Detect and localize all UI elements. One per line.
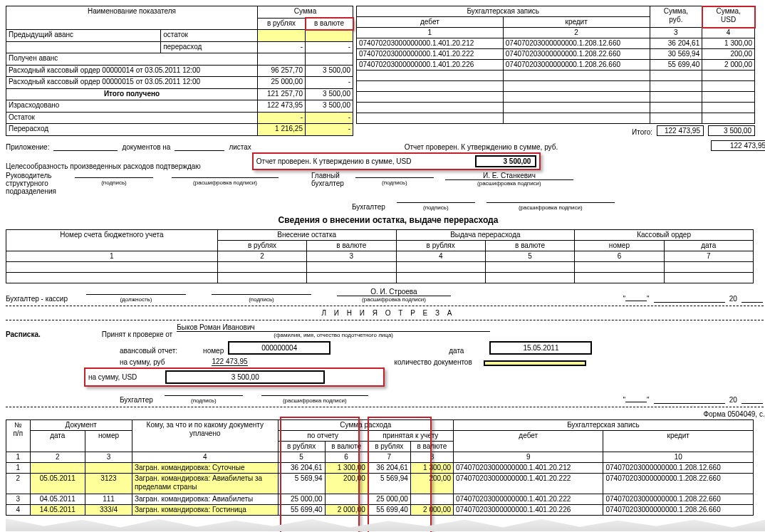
hdr-sumusd: Сумма, USD — [702, 6, 755, 28]
day-field[interactable] — [625, 301, 647, 301]
total-rub: 122 473,95 — [657, 125, 704, 136]
lr-rub — [258, 53, 306, 66]
indicator-table: Наименование показателя Сумма в рублях в… — [6, 6, 353, 136]
hdr-debit: дебет — [357, 17, 504, 28]
p2-colnum: 8 — [410, 452, 453, 463]
h-book: Бухгалтерская запись — [453, 420, 753, 431]
p2-colnum: 10 — [603, 452, 754, 463]
year-field-2[interactable] — [741, 403, 763, 404]
p2-cr: 074070203000000000.1.208.22.660 — [603, 494, 754, 505]
who-name: Быков Роман Иванович — [177, 323, 490, 332]
lr-sub: перерасход — [161, 41, 258, 53]
lr-label: Предыдущий аванс — [6, 30, 161, 42]
hdr-rub: в рублях — [258, 18, 306, 30]
docs-val[interactable] — [484, 360, 586, 366]
sign-field-5[interactable] — [165, 395, 243, 396]
decr-field-5[interactable] — [261, 395, 368, 396]
p2-colnum: 6 — [325, 452, 368, 463]
lr-val: 3 500,00 — [306, 100, 353, 113]
receipt-title: Расписка. — [6, 330, 41, 338]
sv-val2: в валюте — [485, 241, 574, 251]
sv-vnes: Внесение остатка — [217, 230, 396, 241]
sv-n5: 5 — [485, 251, 574, 262]
sv-rub1: в рублях — [217, 241, 306, 251]
p2-colnum: 5 — [278, 452, 325, 463]
lr-rub: 1 216,25 — [258, 124, 306, 136]
sign-cap-4: (подпись) — [212, 296, 311, 303]
h-date: дата — [30, 431, 85, 452]
prilozhenie-lbl: Приложение: — [6, 143, 49, 151]
p2-r5: 5 569,94 — [278, 474, 325, 494]
book-entry-table: Бухгалтерская запись Сумма, руб. Сумма, … — [356, 6, 755, 124]
fio-cap: (фамилия, имя, отчество подотчетного лиц… — [177, 332, 490, 338]
sign-field-3[interactable] — [397, 202, 475, 203]
post-field[interactable] — [86, 294, 186, 295]
sv-n2: 2 — [217, 251, 306, 262]
p2-n: 3 — [6, 494, 31, 505]
expense-table: № п/п Документ Кому, за что и по какому … — [6, 419, 754, 516]
year-field[interactable] — [741, 302, 763, 303]
lr-rub: 25 000,00 — [258, 77, 306, 89]
decr-cap-2: (расшифровка подписи) — [445, 180, 573, 187]
p2-r8: 1 300,00 — [410, 463, 453, 474]
h-debit: дебет — [453, 431, 603, 452]
p2-n: 1 — [6, 463, 31, 474]
month-field[interactable] — [654, 302, 725, 303]
day-field-2[interactable] — [625, 402, 647, 402]
p2-cr: 074070203000000000.1.208.22.660 — [603, 474, 754, 494]
year-lbl: 20 — [729, 295, 737, 303]
lr-val: - — [306, 41, 353, 53]
p2-r6: 1 300,00 — [325, 463, 368, 474]
decr-field-3[interactable] — [486, 202, 615, 203]
p2-date: 05.05.2011 — [30, 474, 85, 494]
sv-val1: в валюте — [307, 241, 396, 251]
p2-colnum: 1 — [6, 452, 31, 463]
p2-date: 14.05.2011 — [30, 505, 85, 516]
sign-field-4[interactable] — [212, 294, 311, 295]
sumrub-lbl: на сумму, руб — [120, 358, 165, 366]
head-struct-lbl: Руководитель структурного подразделения — [6, 172, 56, 195]
advrep-lbl: авансовый отчет: — [120, 347, 177, 355]
p2-r7: 25 000,00 — [368, 494, 410, 505]
lr-sub: остаток — [161, 30, 258, 42]
rr-debit — [357, 113, 504, 124]
sign-field-2[interactable] — [355, 177, 434, 178]
h-acc: принятая к учету — [368, 431, 453, 442]
rr-debit: 074070203000000000.1.401.20.212 — [357, 38, 504, 49]
lr-rub: - — [258, 112, 306, 124]
rr-usd: 200,00 — [702, 49, 755, 60]
sumusd-lbl: на сумму, USD — [88, 373, 137, 381]
rr-usd — [702, 103, 755, 113]
rr-usd: 2 000,00 — [702, 60, 755, 71]
rr-credit: 074070203000000000.1.208.26.660 — [503, 60, 650, 71]
acc-lbl: Бухгалтер — [120, 396, 153, 404]
prilozh-field[interactable] — [53, 150, 118, 151]
sign-cap-3: (подпись) — [397, 204, 475, 211]
accountant-lbl: Бухгалтер — [352, 203, 385, 211]
p2-num — [85, 463, 132, 474]
check-usd-val: 3 500,00 — [475, 155, 536, 167]
decr-cap-1: (расшифровка подписи) — [172, 179, 279, 186]
p2-r5: 36 204,61 — [278, 463, 325, 474]
decr-cap-3: (расшифровка подписи) — [486, 204, 615, 211]
chief-name: И. Е. Станкевич — [445, 172, 573, 180]
sv-rub2: в рублях — [396, 241, 485, 251]
rr-rub — [650, 92, 702, 103]
cashier-name: О. И. Строева — [337, 288, 451, 296]
sign-cap-2: (подпись) — [355, 179, 434, 186]
sved-table: Номер счета бюджетного учета Внесение ос… — [6, 229, 754, 283]
form-label: Форма 0504049, с. 2 — [6, 410, 765, 418]
lr-label: Итого получено — [6, 88, 258, 100]
rr-debit: 074070203000000000.1.401.20.222 — [357, 49, 504, 60]
month-field-2[interactable] — [654, 403, 725, 404]
sign-field-1[interactable] — [75, 177, 153, 178]
check-rub-lbl: Отчет проверен. К утверждению в сумме, р… — [405, 143, 558, 151]
docs-field[interactable] — [175, 150, 224, 151]
rr-credit: 074070203000000000.1.208.22.660 — [503, 49, 650, 60]
decr-field-1[interactable] — [172, 177, 279, 178]
p2-colnum: 3 — [85, 452, 132, 463]
lr-val: - — [306, 124, 353, 136]
lr-label: Расходный кассовый ордер 00000014 от 03.… — [6, 65, 258, 77]
rr-debit: 074070203000000000.1.401.20.226 — [357, 60, 504, 71]
lr-label: Остаток — [6, 112, 258, 124]
